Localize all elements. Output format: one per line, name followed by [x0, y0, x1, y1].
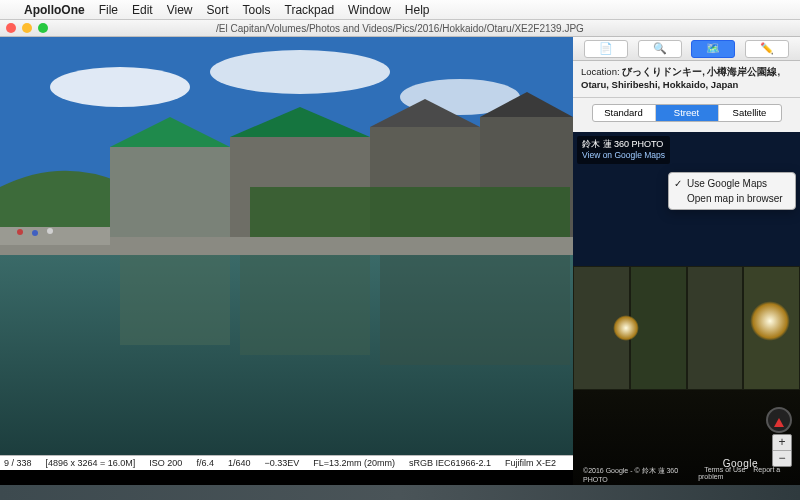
meta-shutter: 1/640 — [228, 458, 251, 468]
compass-icon[interactable] — [766, 407, 792, 433]
map-type-segmented: Standard Street Satellite — [592, 104, 782, 122]
meta-iso: ISO 200 — [149, 458, 182, 468]
meta-focal-length: FL=13.2mm (20mm) — [313, 458, 395, 468]
svg-rect-17 — [240, 255, 370, 355]
close-icon[interactable] — [6, 23, 16, 33]
streetview-copyright: ©2016 Google - © 鈴木 蓮 360 PHOTO — [583, 466, 692, 483]
svg-rect-19 — [0, 227, 110, 245]
meta-index: 9 / 338 — [4, 458, 32, 468]
streetview-footer: ©2016 Google - © 鈴木 蓮 360 PHOTO Terms of… — [577, 466, 796, 483]
minimize-icon[interactable] — [22, 23, 32, 33]
location-label: Location: — [581, 66, 620, 77]
street-view-pane[interactable]: 鈴木 蓮 360 PHOTO View on Google Maps Use G… — [573, 132, 800, 485]
zoom-icon[interactable] — [38, 23, 48, 33]
macos-menubar: ApolloOne File Edit View Sort Tools Trac… — [0, 0, 800, 20]
zoom-control: + − — [772, 434, 792, 467]
tab-edit-icon[interactable]: ✏️ — [745, 40, 789, 58]
svg-point-22 — [47, 228, 53, 234]
svg-rect-4 — [110, 147, 230, 247]
app-menu[interactable]: ApolloOne — [24, 3, 85, 17]
view-on-google-maps-link[interactable]: View on Google Maps — [582, 150, 665, 161]
meta-camera: Fujifilm X-E2 — [505, 458, 556, 468]
meta-dimensions: [4896 x 3264 = 16.0M] — [46, 458, 136, 468]
menu-window[interactable]: Window — [348, 3, 391, 17]
menu-file[interactable]: File — [99, 3, 118, 17]
window-title-path: /El Capitan/Volumes/Photos and Videos/Pi… — [216, 23, 584, 34]
menu-edit[interactable]: Edit — [132, 3, 153, 17]
svg-point-2 — [210, 50, 390, 94]
zoom-out-button[interactable]: − — [773, 451, 791, 466]
meta-ev: −0.33EV — [264, 458, 299, 468]
meta-aperture: f/6.4 — [196, 458, 214, 468]
svg-rect-16 — [120, 255, 230, 345]
menu-sort[interactable]: Sort — [207, 3, 229, 17]
menu-open-in-browser[interactable]: Open map in browser — [669, 191, 795, 206]
metadata-bar: 9 / 338 [4896 x 3264 = 16.0M] ISO 200 f/… — [0, 455, 573, 470]
meta-colorspace: sRGB IEC61966-2.1 — [409, 458, 491, 468]
zoom-in-button[interactable]: + — [773, 435, 791, 451]
tab-search-icon[interactable]: 🔍 — [638, 40, 682, 58]
main-photo-viewport[interactable] — [0, 37, 573, 485]
tab-info-icon[interactable]: 📄 — [584, 40, 628, 58]
map-context-menu: Use Google Maps Open map in browser — [668, 172, 796, 210]
desktop-wallpaper — [0, 485, 800, 500]
inspector-panel: 📄 🔍 🗺️ ✏️ Location: びっくりドンキー, 小樽海岸公園線, O… — [573, 37, 800, 485]
svg-point-21 — [32, 230, 38, 236]
streetview-attribution: 鈴木 蓮 360 PHOTO View on Google Maps — [577, 136, 670, 165]
segment-street[interactable]: Street — [656, 105, 719, 121]
segment-standard[interactable]: Standard — [593, 105, 656, 121]
terms-link[interactable]: Terms of Use — [704, 466, 745, 473]
menu-trackpad[interactable]: Trackpad — [285, 3, 335, 17]
window-titlebar: /El Capitan/Volumes/Photos and Videos/Pi… — [0, 20, 800, 37]
svg-rect-18 — [380, 255, 570, 365]
menu-use-google-maps[interactable]: Use Google Maps — [669, 176, 795, 191]
photo-canvas — [0, 37, 573, 485]
segment-satellite[interactable]: Satellite — [719, 105, 781, 121]
tab-map-icon[interactable]: 🗺️ — [691, 40, 735, 58]
menu-tools[interactable]: Tools — [243, 3, 271, 17]
inspector-toolbar: 📄 🔍 🗺️ ✏️ — [573, 37, 800, 61]
menu-help[interactable]: Help — [405, 3, 430, 17]
svg-point-1 — [50, 67, 190, 107]
svg-point-20 — [17, 229, 23, 235]
menu-view[interactable]: View — [167, 3, 193, 17]
location-field: Location: びっくりドンキー, 小樽海岸公園線, Otaru, Shir… — [573, 61, 800, 98]
streetview-author: 鈴木 蓮 360 PHOTO — [582, 139, 663, 149]
